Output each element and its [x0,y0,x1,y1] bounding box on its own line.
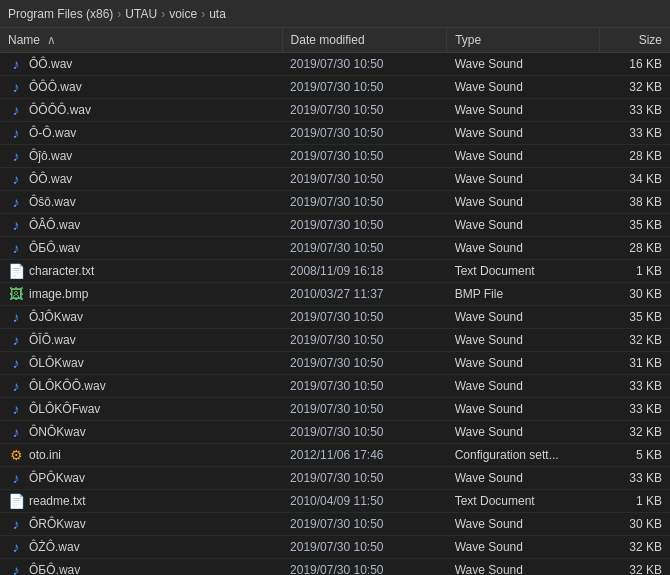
file-type: Wave Sound [447,536,600,559]
file-name-cell: ♪ ÔÔ.wav [0,168,282,191]
file-name: Ôĵô.wav [29,149,72,163]
file-date: 2019/07/30 10:50 [282,168,447,191]
table-row[interactable]: ♪ ÔБÔ.wav 2019/07/30 10:50 Wave Sound 28… [0,237,670,260]
file-name: ÔJÔKwav [29,310,83,324]
file-list[interactable]: Name ∧ Date modified Type Size ♪ ÔÔ.wav … [0,28,670,575]
file-name-cell: ♪ ÔÂÔ.wav [0,214,282,237]
table-row[interactable]: ♪ ÔLÔKÔFwav 2019/07/30 10:50 Wave Sound … [0,398,670,421]
file-name: ÔÔÔ.wav [29,80,82,94]
table-row[interactable]: ♪ ÔÔÔ.wav 2019/07/30 10:50 Wave Sound 32… [0,76,670,99]
file-name-cell: ⚙ oto.ini [0,444,282,467]
file-size: 35 KB [599,214,670,237]
file-size: 32 KB [599,76,670,99]
file-type: Wave Sound [447,191,600,214]
file-size: 33 KB [599,99,670,122]
breadcrumb-item-2[interactable]: voice [169,7,197,21]
file-size: 32 KB [599,536,670,559]
table-row[interactable]: ♪ Ôĵô.wav 2019/07/30 10:50 Wave Sound 28… [0,145,670,168]
file-name-cell: ♪ Ôŝô.wav [0,191,282,214]
breadcrumb-item-0[interactable]: Program Files (x86) [8,7,113,21]
file-name-cell: ♪ ÔLÔKÔFwav [0,398,282,421]
file-date: 2019/07/30 10:50 [282,76,447,99]
file-size: 33 KB [599,467,670,490]
breadcrumb-item-3[interactable]: uta [209,7,226,21]
wav-file-icon: ♪ [8,516,24,532]
wav-file-icon: ♪ [8,332,24,348]
file-name: character.txt [29,264,94,278]
file-name-cell: ♪ ÔPÔKwav [0,467,282,490]
file-name: ÔŻÔ.wav [29,540,80,554]
file-date: 2012/11/06 17:46 [282,444,447,467]
file-size: 34 KB [599,168,670,191]
file-name: ÔБÔ.wav [29,241,80,255]
col-header-type[interactable]: Type [447,28,600,53]
file-name: ÔPÔKwav [29,471,85,485]
file-name: readme.txt [29,494,86,508]
file-date: 2019/07/30 10:50 [282,559,447,576]
breadcrumb-item-1[interactable]: UTAU [125,7,157,21]
file-name: ÔNÔKwav [29,425,86,439]
file-name: ÔLÔKwav [29,356,84,370]
table-row[interactable]: ♪ ÔÔ.wav 2019/07/30 10:50 Wave Sound 16 … [0,53,670,76]
breadcrumb-sep-1: › [161,7,165,21]
file-size: 33 KB [599,375,670,398]
file-name-cell: 🖼 image.bmp [0,283,282,306]
table-row[interactable]: 📄 character.txt 2008/11/09 16:18 Text Do… [0,260,670,283]
table-row[interactable]: 🖼 image.bmp 2010/03/27 11:37 BMP File 30… [0,283,670,306]
file-size: 32 KB [599,329,670,352]
file-name-cell: 📄 character.txt [0,260,282,283]
table-row[interactable]: ♪ ÔJÔKwav 2019/07/30 10:50 Wave Sound 35… [0,306,670,329]
table-row[interactable]: ♪ ÔŻÔ.wav 2019/07/30 10:50 Wave Sound 32… [0,536,670,559]
file-type: Wave Sound [447,352,600,375]
table-row[interactable]: ♪ Ô-Ô.wav 2019/07/30 10:50 Wave Sound 33… [0,122,670,145]
file-name-cell: ♪ ÔÔ.wav [0,53,282,76]
file-name: Ôŝô.wav [29,195,76,209]
file-size: 1 KB [599,260,670,283]
sort-arrow-icon: ∧ [47,33,56,47]
file-date: 2010/04/09 11:50 [282,490,447,513]
col-header-size[interactable]: Size [599,28,670,53]
file-size: 32 KB [599,559,670,576]
table-row[interactable]: ♪ ÔRÔKwav 2019/07/30 10:50 Wave Sound 30… [0,513,670,536]
table-row[interactable]: ♪ ÔБÔ.wav 2019/07/30 10:50 Wave Sound 32… [0,559,670,576]
file-date: 2019/07/30 10:50 [282,398,447,421]
wav-file-icon: ♪ [8,79,24,95]
file-size: 30 KB [599,283,670,306]
breadcrumb-bar: Program Files (x86) › UTAU › voice › uta [0,0,670,28]
wav-file-icon: ♪ [8,148,24,164]
table-row[interactable]: ♪ ÔĪÔ.wav 2019/07/30 10:50 Wave Sound 32… [0,329,670,352]
file-type: Text Document [447,260,600,283]
file-date: 2019/07/30 10:50 [282,237,447,260]
wav-file-icon: ♪ [8,171,24,187]
file-name-cell: ♪ ÔÔÔÔ.wav [0,99,282,122]
file-date: 2019/07/30 10:50 [282,53,447,76]
file-name: ÔÂÔ.wav [29,218,80,232]
file-date: 2019/07/30 10:50 [282,375,447,398]
wav-file-icon: ♪ [8,378,24,394]
file-name-cell: ♪ ÔNÔKwav [0,421,282,444]
file-type: Wave Sound [447,559,600,576]
file-type: Wave Sound [447,214,600,237]
col-header-date[interactable]: Date modified [282,28,447,53]
table-row[interactable]: ♪ ÔLÔKÔÔ.wav 2019/07/30 10:50 Wave Sound… [0,375,670,398]
wav-file-icon: ♪ [8,194,24,210]
table-row[interactable]: 📄 readme.txt 2010/04/09 11:50 Text Docum… [0,490,670,513]
table-row[interactable]: ♪ ÔPÔKwav 2019/07/30 10:50 Wave Sound 33… [0,467,670,490]
file-date: 2019/07/30 10:50 [282,329,447,352]
table-row[interactable]: ⚙ oto.ini 2012/11/06 17:46 Configuration… [0,444,670,467]
table-row[interactable]: ♪ ÔÂÔ.wav 2019/07/30 10:50 Wave Sound 35… [0,214,670,237]
file-type: Wave Sound [447,421,600,444]
table-row[interactable]: ♪ ÔÔ.wav 2019/07/30 10:50 Wave Sound 34 … [0,168,670,191]
file-name: ÔRÔKwav [29,517,86,531]
file-type: Wave Sound [447,237,600,260]
file-type: Wave Sound [447,306,600,329]
file-date: 2010/03/27 11:37 [282,283,447,306]
table-row[interactable]: ♪ ÔÔÔÔ.wav 2019/07/30 10:50 Wave Sound 3… [0,99,670,122]
file-type: Configuration sett... [447,444,600,467]
col-header-name[interactable]: Name ∧ [0,28,282,53]
table-row[interactable]: ♪ Ôŝô.wav 2019/07/30 10:50 Wave Sound 38… [0,191,670,214]
table-row[interactable]: ♪ ÔNÔKwav 2019/07/30 10:50 Wave Sound 32… [0,421,670,444]
table-row[interactable]: ♪ ÔLÔKwav 2019/07/30 10:50 Wave Sound 31… [0,352,670,375]
file-date: 2019/07/30 10:50 [282,191,447,214]
breadcrumb-sep-2: › [201,7,205,21]
